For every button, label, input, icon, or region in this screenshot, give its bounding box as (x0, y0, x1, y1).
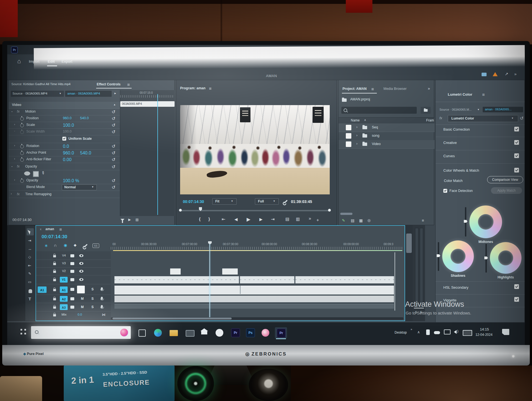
curves-checkbox[interactable] (514, 153, 519, 158)
track-name[interactable]: V2 (62, 269, 66, 273)
reset-icon[interactable]: ↺ (112, 123, 115, 128)
track-name-highlight[interactable]: A3 (60, 304, 68, 310)
mute-button[interactable]: M (81, 305, 84, 309)
program-scrubber-track[interactable] (181, 210, 329, 211)
twirl-icon[interactable]: ⌄ (11, 164, 13, 167)
twirl-icon[interactable]: ⌄ (11, 110, 13, 113)
shadows-slider-handle[interactable] (437, 254, 440, 257)
ec-source-clip-select[interactable]: Source · 063A0065.MP4 ▾ (11, 91, 64, 97)
mark-out-button[interactable]: } (208, 217, 210, 221)
track-target-icon[interactable] (70, 297, 74, 300)
lock-icon[interactable] (53, 289, 56, 291)
uniform-scale-checkbox[interactable] (62, 137, 66, 141)
track-output-eye-icon[interactable] (79, 270, 83, 273)
reset-icon[interactable]: ↺ (112, 116, 115, 121)
ec-flyout-icon[interactable]: ▸ (114, 91, 116, 95)
stopwatch-icon[interactable] (20, 124, 24, 127)
ec-antiflicker-value[interactable]: 0.00 (63, 157, 71, 162)
column-name[interactable]: Name (351, 118, 360, 122)
premiere-active-task[interactable]: Pr (275, 327, 287, 338)
apply-match-button[interactable]: Apply Match (491, 187, 522, 194)
timeline-wrench-icon[interactable] (84, 244, 88, 247)
file-explorer-icon[interactable] (170, 330, 178, 336)
stopwatch-icon[interactable] (20, 179, 24, 183)
face-detection-checkbox[interactable] (443, 189, 447, 193)
rect-mask-icon[interactable] (33, 171, 39, 177)
start-button[interactable] (19, 329, 26, 336)
lumetri-effect-select[interactable]: Lumetri Color ▾ (448, 115, 518, 122)
ec-motion-label[interactable]: Motion (25, 110, 36, 113)
track-name-highlight[interactable]: A1 (60, 286, 68, 293)
midtones-slider-handle[interactable] (464, 220, 467, 223)
project-hscrollbar[interactable] (340, 213, 352, 215)
highlights-slider-handle[interactable] (484, 257, 488, 259)
loop-icon[interactable]: ▤ (135, 218, 139, 222)
basic-correction-checkbox[interactable] (514, 127, 519, 131)
tab-effect-controls[interactable]: Effect Controls (97, 82, 121, 86)
mix-keyframe-icon[interactable]: ⋈ (102, 313, 106, 317)
tab-program[interactable]: Program: aman (180, 86, 206, 90)
clip-a1[interactable] (114, 286, 394, 295)
track-header-v4[interactable]: V4 (36, 252, 111, 260)
automation-button-glare[interactable] (77, 286, 85, 293)
track-header-v3[interactable]: V3 (36, 260, 111, 268)
program-timecode[interactable]: 00:07:14:30 (183, 199, 204, 204)
stopwatch-icon[interactable] (20, 145, 24, 148)
rectangle-tool[interactable]: ▭ (28, 280, 31, 284)
razor-tool[interactable]: ◇ (28, 255, 31, 259)
section-color-wheels[interactable]: Color Wheels & Match (443, 168, 479, 172)
lumetri-source-clip[interactable]: Source · 063A0065.M... (439, 108, 472, 111)
voiceover-record-icon[interactable] (101, 287, 103, 290)
solo-button[interactable]: S (91, 287, 94, 291)
clip-v1[interactable] (295, 276, 394, 283)
reset-icon[interactable]: ↺ (112, 144, 115, 149)
extract-button[interactable]: ▥ (296, 217, 300, 222)
track-target-icon[interactable] (70, 306, 74, 309)
ec-position-x[interactable]: 960.0 (63, 116, 71, 120)
section-basic-correction[interactable]: Basic Correction (443, 127, 470, 131)
source-patch-a1[interactable]: A1 (38, 286, 47, 293)
track-target-icon[interactable] (70, 262, 74, 265)
collapse-icon[interactable]: ▲ (113, 103, 116, 106)
tray-keyboard-icon[interactable] (463, 330, 472, 336)
mix-volume-value[interactable]: 0.0 (78, 313, 82, 316)
fullscreen-icon[interactable]: » (514, 72, 516, 76)
pen-tool[interactable]: ✎ (28, 271, 31, 276)
bin-row[interactable]: › song (339, 132, 434, 140)
search-highlights-icon[interactable] (120, 329, 128, 336)
ec-opacity-section-label[interactable]: Opacity (25, 164, 37, 168)
twirl-right-icon[interactable]: › (14, 123, 15, 126)
tray-cloud-icon[interactable] (434, 331, 440, 334)
timeline-close-icon[interactable]: x (40, 227, 42, 231)
ellipse-mask-icon[interactable] (24, 171, 30, 176)
go-to-out-button[interactable]: ⇥ (271, 217, 275, 222)
stopwatch-icon[interactable] (20, 151, 24, 155)
lock-icon[interactable] (53, 298, 56, 300)
play-only-icon[interactable]: ▶ (128, 218, 131, 222)
stopwatch-icon[interactable] (20, 158, 24, 162)
briefcase-icon[interactable] (186, 330, 195, 337)
track-name[interactable]: V3 (62, 262, 66, 265)
toolbar-expand-icon[interactable]: » (411, 328, 412, 331)
timeline-playhead-line[interactable] (209, 244, 210, 319)
twirl-right-icon[interactable]: › (14, 178, 15, 181)
panel-menu-icon[interactable]: ≡ (127, 82, 130, 87)
ec-time-remapping-label[interactable]: Time Remapping (25, 192, 52, 196)
lumetri-title[interactable]: Lumetri Color (448, 92, 472, 97)
tray-clock-time[interactable]: 14:15 (480, 327, 489, 331)
clip-v2[interactable] (170, 268, 181, 275)
twirl-right-icon[interactable]: › (14, 157, 15, 160)
tray-volume-icon[interactable] (454, 330, 457, 334)
timeline-settings-icon[interactable]: ◉ (64, 243, 67, 247)
shadows-wheel[interactable] (442, 240, 474, 272)
hand-tool[interactable] (29, 289, 32, 293)
vignette-checkbox[interactable] (514, 297, 519, 302)
track-name-highlight[interactable]: V1 (60, 277, 68, 283)
section-hsl-secondary[interactable]: HSL Secondary (443, 285, 469, 290)
ripple-edit-tool[interactable]: ↔ (28, 247, 32, 251)
lock-icon[interactable] (53, 255, 56, 257)
track-target-icon[interactable] (70, 254, 74, 257)
blend-mode-select[interactable]: Normal ▾ (62, 184, 97, 190)
track-header-a2[interactable]: A2 M S (36, 295, 111, 303)
taskbar-search-box[interactable] (31, 326, 131, 339)
